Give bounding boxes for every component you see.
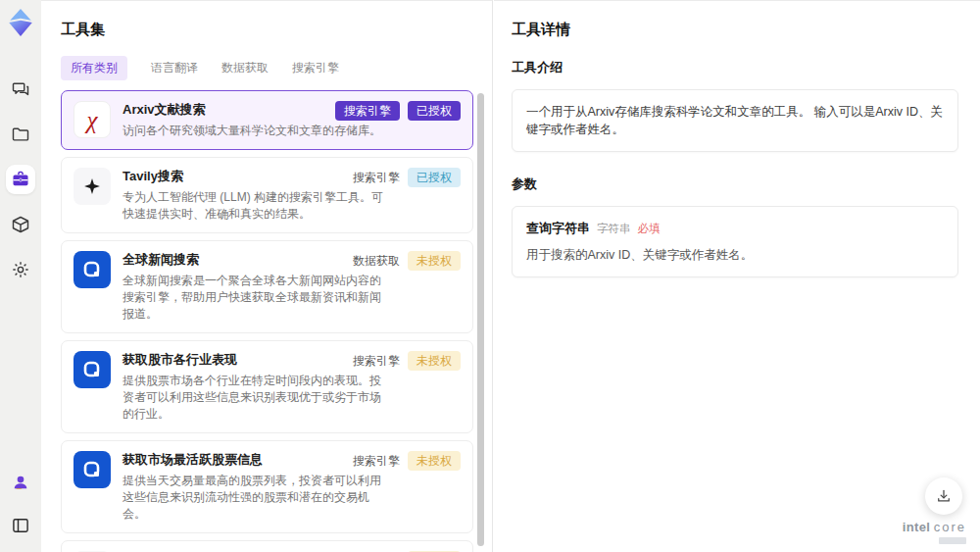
tavily-star-icon bbox=[74, 168, 111, 205]
tool-card-stock-sector[interactable]: 获取股市各行业表现 提供股票市场各个行业在特定时间段内的表现。投资者可以利用这些… bbox=[61, 340, 473, 433]
tab-language-translation[interactable]: 语言翻译 bbox=[151, 56, 198, 80]
user-avatar[interactable] bbox=[6, 468, 35, 497]
sidebar-item-tools[interactable] bbox=[6, 165, 35, 194]
tool-description: 提供当天交易量最高的股票列表，投资者可以利用这些信息来识别流动性强的股票和潜在的… bbox=[122, 473, 389, 523]
page-title: 工具集 bbox=[61, 21, 472, 39]
list-scrollbar[interactable] bbox=[477, 93, 484, 546]
tool-card-tavily[interactable]: Tavily搜索 专为人工智能代理 (LLM) 构建的搜索引擎工具。可快速提供实… bbox=[61, 157, 473, 233]
app-window: 工具集 所有类别 语言翻译 数据获取 搜索引擎 χ Arxiv文献搜索 访问各个… bbox=[0, 0, 980, 552]
app-logo-icon bbox=[6, 8, 35, 37]
tool-card-arxiv[interactable]: χ Arxiv文献搜索 访问各个研究领域大量科学论文和文章的存储库。 搜索引擎 … bbox=[61, 90, 473, 150]
auth-status-badge: 已授权 bbox=[408, 168, 461, 187]
sidebar-item-settings[interactable] bbox=[6, 255, 35, 284]
tool-intro-box: 一个用于从Arxiv存储库搜索科学论文和文章的工具。 输入可以是Arxiv ID… bbox=[512, 89, 958, 152]
param-name: 查询字符串 bbox=[526, 220, 590, 237]
tool-description: 全球新闻搜索是一个聚合全球各大新闻网站内容的搜索引擎，帮助用户快速获取全球最新资… bbox=[122, 273, 389, 323]
sidebar-bottom bbox=[6, 468, 35, 540]
tool-description: 访问各个研究领域大量科学论文和文章的存储库。 bbox=[122, 123, 389, 139]
tab-data-acquisition[interactable]: 数据获取 bbox=[221, 56, 269, 80]
download-icon bbox=[935, 487, 953, 505]
tab-search-engine[interactable]: 搜索引擎 bbox=[292, 56, 339, 80]
download-button[interactable] bbox=[925, 477, 962, 515]
tab-all-categories[interactable]: 所有类别 bbox=[61, 56, 127, 80]
cube-icon bbox=[11, 215, 30, 234]
auth-status-badge: 未授权 bbox=[408, 351, 461, 371]
tool-card-global-news[interactable]: 全球新闻搜索 全球新闻搜索是一个聚合全球各大新闻网站内容的搜索引擎，帮助用户快速… bbox=[61, 240, 473, 333]
auth-status-badge: 未授权 bbox=[408, 451, 461, 471]
tool-intro-text: 一个用于从Arxiv存储库搜索科学论文和文章的工具。 输入可以是Arxiv ID… bbox=[526, 105, 943, 136]
collapse-panel-icon bbox=[11, 516, 30, 535]
core-brand-text: core bbox=[934, 520, 966, 534]
sidebar-item-models[interactable] bbox=[6, 210, 35, 239]
tool-card-list: χ Arxiv文献搜索 访问各个研究领域大量科学论文和文章的存储库。 搜索引擎 … bbox=[61, 90, 473, 552]
category-label: 搜索引擎 bbox=[353, 170, 400, 186]
sidebar bbox=[0, 0, 41, 552]
intel-core-logo: intel core bbox=[903, 521, 966, 544]
avatar-icon bbox=[11, 473, 30, 492]
category-label: 搜索引擎 bbox=[353, 453, 400, 470]
params-heading: 参数 bbox=[512, 176, 958, 193]
detail-panel-title: 工具详情 bbox=[512, 21, 958, 39]
param-type: 字符串 bbox=[597, 222, 631, 236]
folder-icon bbox=[11, 125, 30, 144]
intel-badge-sub bbox=[939, 537, 966, 544]
auth-status-badge: 已授权 bbox=[408, 101, 461, 121]
news-search-icon bbox=[74, 251, 111, 288]
sidebar-item-chat[interactable] bbox=[6, 75, 35, 104]
category-badge: 搜索引擎 bbox=[335, 101, 400, 121]
parameter-item: 查询字符串 字符串 必填 用于搜索的Arxiv ID、关键字或作者姓名。 bbox=[512, 206, 958, 277]
category-label: 数据获取 bbox=[353, 253, 400, 270]
intro-heading: 工具介绍 bbox=[512, 59, 958, 76]
tool-card-regional-news[interactable]: 万维地区新闻查询 查询具体行政区划内的新闻，快速了解各地新闻动态 搜索引擎 未授… bbox=[61, 540, 473, 552]
sidebar-nav bbox=[6, 75, 35, 284]
stock-sector-icon bbox=[74, 351, 111, 388]
auth-status-badge: 未授权 bbox=[408, 251, 461, 271]
param-required-badge: 必填 bbox=[638, 222, 661, 236]
intel-brand-text: intel bbox=[903, 520, 930, 534]
collapse-panel-button[interactable] bbox=[6, 511, 35, 540]
tool-description: 提供股票市场各个行业在特定时间段内的表现。投资者可以利用这些信息来识别表现优于或… bbox=[122, 373, 389, 423]
gear-icon bbox=[11, 260, 30, 279]
sidebar-item-files[interactable] bbox=[6, 120, 35, 149]
tool-card-active-stock[interactable]: 获取市场最活跃股票信息 提供当天交易量最高的股票列表，投资者可以利用这些信息来识… bbox=[61, 440, 473, 533]
arxiv-icon: χ bbox=[74, 101, 111, 138]
tool-description: 专为人工智能代理 (LLM) 构建的搜索引擎工具。可快速提供实时、准确和真实的结… bbox=[122, 189, 389, 223]
tools-list-panel: 工具集 所有类别 语言翻译 数据获取 搜索引擎 χ Arxiv文献搜索 访问各个… bbox=[41, 0, 493, 552]
category-label: 搜索引擎 bbox=[353, 353, 400, 370]
chat-icon bbox=[11, 79, 30, 99]
active-stock-icon bbox=[74, 451, 111, 488]
param-description: 用于搜索的Arxiv ID、关键字或作者姓名。 bbox=[526, 246, 944, 264]
briefcase-icon bbox=[11, 170, 30, 189]
tool-detail-panel: 工具详情 工具介绍 一个用于从Arxiv存储库搜索科学论文和文章的工具。 输入可… bbox=[494, 0, 980, 552]
category-tabs: 所有类别 语言翻译 数据获取 搜索引擎 bbox=[61, 57, 472, 78]
